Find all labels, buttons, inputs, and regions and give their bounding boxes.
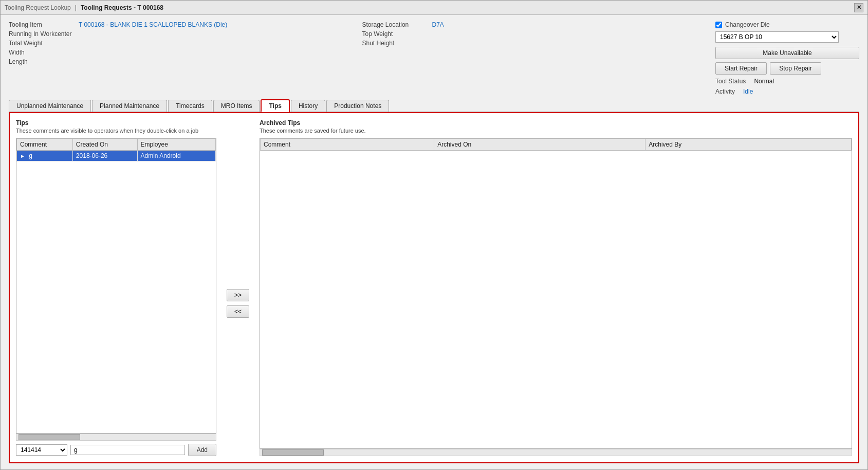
title-bar: Tooling Request Lookup | Tooling Request… (1, 1, 867, 15)
archived-col-archived-by: Archived By (645, 139, 852, 151)
employee-id-dropdown[interactable]: 141414 (16, 444, 67, 456)
tips-description: These comments are visible to operators … (16, 128, 216, 134)
running-workcenter-label: Running In Workcenter (9, 30, 76, 38)
tab-tips[interactable]: Tips (261, 99, 289, 112)
tab-unplanned-maintenance[interactable]: Unplanned Maintenance (9, 100, 91, 112)
stop-repair-button[interactable]: Stop Repair (770, 62, 821, 75)
changeover-die-label: Changeover Die (725, 21, 770, 28)
tips-table-header-row: Comment Created On Employee (17, 139, 216, 151)
tool-status-value: Normal (754, 78, 774, 85)
breadcrumb: Tooling Request Lookup (5, 4, 71, 11)
col-employee: Employee (137, 139, 215, 151)
expand-arrow-icon: ► (20, 153, 25, 159)
tab-mro-items[interactable]: MRO Items (213, 100, 260, 112)
main-window: Tooling Request Lookup | Tooling Request… (0, 0, 868, 470)
workcenter-dropdown-row: 15627 B OP 10 (715, 31, 859, 43)
add-button[interactable]: Add (188, 444, 216, 456)
move-from-archive-button[interactable]: << (227, 305, 249, 318)
title-bar-left: Tooling Request Lookup | Tooling Request… (5, 4, 163, 11)
tool-status-row: Tool Status Normal (715, 78, 859, 85)
changeover-die-checkbox[interactable] (715, 22, 722, 28)
archived-tips-title: Archived Tips (260, 119, 852, 126)
storage-location-label: Storage Location (362, 21, 429, 28)
archived-scrollbar-thumb (262, 449, 324, 456)
move-to-archive-button[interactable]: >> (227, 289, 249, 301)
archived-horizontal-scrollbar[interactable] (260, 449, 852, 456)
row-comment-value: g (29, 152, 32, 159)
tab-timecards[interactable]: Timecards (168, 100, 212, 112)
length-row: Length (9, 58, 362, 65)
archived-tips-description: These comments are saved for future use. (260, 128, 852, 134)
tab-planned-maintenance[interactable]: Planned Maintenance (92, 100, 167, 112)
width-label: Width (9, 49, 76, 56)
top-weight-label: Top Weight (362, 30, 429, 38)
activity-row: Activity Idle (715, 88, 859, 95)
tips-horizontal-scrollbar[interactable] (16, 433, 216, 441)
tool-status-label: Tool Status (715, 78, 746, 85)
top-form: Tooling Item T 000168 - BLANK DIE 1 SCAL… (9, 21, 859, 95)
tooling-item-label: Tooling Item (9, 21, 76, 28)
archive-move-buttons: >> << (223, 150, 253, 456)
archived-table-header-row: Comment Archived On Archived By (261, 139, 852, 151)
tooling-item-row: Tooling Item T 000168 - BLANK DIE 1 SCAL… (9, 21, 362, 28)
tips-left-panel: Tips These comments are visible to opera… (16, 119, 216, 456)
archived-tips-panel: Archived Tips These comments are saved f… (260, 119, 852, 456)
content-area: Tooling Item T 000168 - BLANK DIE 1 SCAL… (1, 15, 867, 469)
archived-col-comment: Comment (261, 139, 434, 151)
table-row[interactable]: ► g 2018-06-26 Admin Android (17, 151, 216, 161)
row-employee: Admin Android (137, 151, 215, 161)
tab-content-area: Tips These comments are visible to opera… (9, 112, 859, 463)
start-repair-button[interactable]: Start Repair (715, 62, 767, 75)
tips-grid-container[interactable]: Comment Created On Employee ► g (16, 138, 216, 433)
top-weight-row: Top Weight (362, 30, 716, 38)
tips-table: Comment Created On Employee ► g (16, 138, 216, 161)
tab-history[interactable]: History (291, 100, 325, 112)
col-comment: Comment (17, 139, 73, 151)
window-title: Tooling Requests - T 000168 (81, 4, 163, 11)
comment-input[interactable] (70, 445, 185, 455)
archived-tips-table: Comment Archived On Archived By (260, 138, 852, 151)
total-weight-label: Total Weight (9, 40, 76, 47)
shut-height-row: Shut Height (362, 40, 716, 47)
col-created-on: Created On (72, 139, 137, 151)
shut-height-label: Shut Height (362, 40, 429, 47)
changeover-die-row: Changeover Die (715, 21, 859, 28)
storage-location-value: D7A (432, 21, 444, 28)
running-workcenter-row: Running In Workcenter (9, 30, 362, 38)
activity-label: Activity (715, 88, 735, 95)
col2-fields: Storage Location D7A Top Weight Shut Hei… (362, 21, 716, 49)
right-panel: Changeover Die 15627 B OP 10 Make Unavai… (715, 21, 859, 95)
storage-location-row: Storage Location D7A (362, 21, 716, 28)
close-button[interactable]: ✕ (854, 3, 863, 12)
length-label: Length (9, 58, 76, 65)
row-created-on: 2018-06-26 (72, 151, 137, 161)
tips-title: Tips (16, 119, 216, 126)
col1-fields: Tooling Item T 000168 - BLANK DIE 1 SCAL… (9, 21, 362, 67)
workcenter-dropdown[interactable]: 15627 B OP 10 (715, 31, 839, 43)
repair-buttons-row: Start Repair Stop Repair (715, 62, 859, 75)
tab-production-notes[interactable]: Production Notes (326, 100, 389, 112)
archived-col-archived-on: Archived On (434, 139, 645, 151)
archived-tips-grid-container[interactable]: Comment Archived On Archived By (260, 138, 852, 449)
scrollbar-thumb (19, 434, 80, 440)
activity-value: Idle (743, 88, 753, 95)
tooling-item-value: T 000168 - BLANK DIE 1 SCALLOPED BLANKS … (79, 21, 227, 28)
width-row: Width (9, 49, 362, 56)
total-weight-row: Total Weight (9, 40, 362, 47)
tabs-bar: Unplanned Maintenance Planned Maintenanc… (9, 99, 859, 112)
tips-input-row: 141414 Add (16, 444, 216, 456)
make-unavailable-button[interactable]: Make Unavailable (715, 47, 859, 59)
row-expand-comment: ► g (17, 151, 73, 161)
